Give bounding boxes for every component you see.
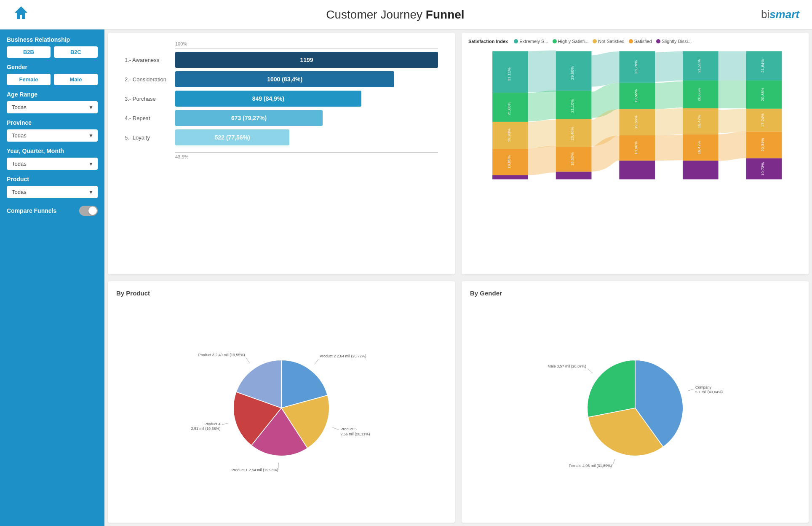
legend-satisfied: Satisfied <box>629 39 652 44</box>
funnel-bar-wrap-5: 522 (77,56%) <box>175 129 438 145</box>
pie-label-text-3-0: Product 4 <box>204 422 220 426</box>
pct-4-2: 20,65% <box>697 87 701 101</box>
home-icon[interactable] <box>13 4 29 25</box>
content-grid: 100% 1.- Awareness 1199 2.- Consideratio… <box>104 30 812 526</box>
main-layout: Business Relationship B2B B2C Gender Fem… <box>0 30 812 526</box>
pct-4-4: 19,47% <box>697 141 701 155</box>
slightly-dissi-dot <box>656 39 660 43</box>
col3-slightly-dissi <box>619 161 655 179</box>
gender-buttons: Female Male <box>7 74 98 85</box>
flow3-4-green <box>655 94 683 96</box>
pct-3-3: 19,55% <box>633 115 638 129</box>
pie-label-line-3 <box>222 423 229 424</box>
pct-1-2: 21,60% <box>507 102 511 115</box>
funnel-row-3: 3.- Purchase 849 (84,9%) <box>125 91 438 107</box>
extremely-s-dot <box>514 39 518 43</box>
province-label: Province <box>7 119 98 126</box>
brand-logo: bismart <box>761 8 799 21</box>
compare-funnels-toggle[interactable] <box>79 206 98 216</box>
year-quarter-month-select[interactable]: Todas <box>7 158 98 170</box>
pie-label-text-1-1: 2,56 mil (20,11%) <box>341 432 370 436</box>
funnel-rows: 1.- Awareness 1199 2.- Consideration 100… <box>125 52 438 149</box>
by-gender-chart: Company5,1 mil (40,04%)Female 4,06 mil (… <box>470 302 800 514</box>
flow2-3-green <box>591 96 619 105</box>
pct-2-1: 29,60% <box>570 66 574 80</box>
pie-slice-2 <box>587 360 635 417</box>
brand-prefix: bi <box>761 8 769 21</box>
compare-funnels-row: Compare Funnels <box>7 206 98 216</box>
pct-1-4: 19,85% <box>507 155 511 169</box>
by-product-title: By Product <box>116 290 446 297</box>
pie-label-line-0 <box>315 359 319 365</box>
sankey-chart: 1.- Awareness 2.- Consideration 3.- Purc… <box>468 47 802 182</box>
legend-extremely-s: Extremely S... <box>514 39 548 44</box>
female-button[interactable]: Female <box>7 74 51 85</box>
toggle-knob <box>88 207 97 215</box>
col4-slightly-dissi <box>683 161 719 179</box>
svg-marker-0 <box>15 6 27 19</box>
funnel-label-4: 4.- Repeat <box>125 115 175 121</box>
pie-label-text-1-0: Female 4,06 mil (31,89%) <box>569 464 612 468</box>
age-range-select[interactable]: Todas <box>7 101 98 113</box>
age-range-label: Age Range <box>7 91 98 98</box>
year-quarter-month-select-wrap: Todas ▼ <box>7 158 98 170</box>
pct-4-3: 19,47% <box>697 114 701 128</box>
funnel-scale-bottom: 43,5% <box>125 154 438 159</box>
flow2-3-yellow <box>591 122 619 133</box>
not-satisfied-dot <box>593 39 597 43</box>
satisfaction-index-label: Satisfaction Index <box>468 39 508 44</box>
male-button[interactable]: Male <box>54 74 98 85</box>
product-label: Product <box>7 176 98 182</box>
flow1-2-green <box>528 105 556 107</box>
pie-label-text-0-1: 5,1 mil (40,04%) <box>695 390 723 394</box>
flow1-2-teal <box>528 71 556 72</box>
pie-label-text-3-1: 2,51 mil (19,68%) <box>191 427 220 431</box>
year-quarter-month-label: Year, Quarter, Month <box>7 148 98 154</box>
title-light: Customer Journey <box>326 8 422 21</box>
pie-label-text-0-0: Product 2 2,64 mil (20,72%) <box>320 354 366 358</box>
pct-5-3: 17,24% <box>760 113 765 127</box>
pie-label-line-4 <box>246 357 250 363</box>
b2b-button[interactable]: B2B <box>7 46 51 58</box>
flow1-2-orange <box>528 159 556 162</box>
business-relationship-buttons: B2B B2C <box>7 46 98 58</box>
pct-3-1: 23,79% <box>633 60 638 74</box>
funnel-bar-wrap-3: 849 (84,9%) <box>175 91 438 107</box>
flow3-4-teal <box>655 66 683 67</box>
pie-label-line-0 <box>687 389 694 391</box>
pie-label-text-2-0: Male 3,57 mil (28,07%) <box>548 364 586 368</box>
pie-label-text-1-0: Product 5 <box>341 427 357 431</box>
funnel-row-5: 5.- Loyalty 522 (77,56%) <box>125 129 438 145</box>
age-range-select-wrap: Todas ▼ <box>7 101 98 113</box>
scale-435-label: 43,5% <box>175 154 188 159</box>
sidebar: Business Relationship B2B B2C Gender Fem… <box>0 30 104 526</box>
pct-2-3: 20,40% <box>570 127 574 141</box>
pie-label-text-2-0: Product 1 2,54 mil (19,93%) <box>232 468 278 472</box>
b2c-button[interactable]: B2C <box>54 46 98 58</box>
funnel-panel: 100% 1.- Awareness 1199 2.- Consideratio… <box>108 33 455 274</box>
highly-satisfi-dot <box>553 39 557 43</box>
funnel-bar-5: 522 (77,56%) <box>175 129 289 145</box>
pct-1-1: 31,11% <box>507 67 511 81</box>
pie-label-text-4-0: Product 3 2,49 mil (19,55%) <box>198 353 245 357</box>
funnel-row-2: 2.- Consideration 1000 (83,4%) <box>125 71 438 87</box>
page-title: Customer Journey Funnel <box>326 8 464 21</box>
business-relationship-label: Business Relationship <box>7 36 98 43</box>
flow2-3-teal <box>591 67 619 71</box>
pct-3-2: 19,55% <box>633 89 638 103</box>
satisfied-dot <box>629 39 633 43</box>
flow1-2-yellow <box>528 133 556 135</box>
header: Customer Journey Funnel bismart <box>0 0 812 30</box>
pct-4-1: 21,55% <box>697 59 701 73</box>
flow3-4-yellow <box>655 121 683 122</box>
funnel-bar-4: 673 (79,27%) <box>175 110 323 126</box>
pie-label-text-0-0: Company <box>695 385 712 389</box>
legend-not-satisfied: Not Satisfied <box>593 39 624 44</box>
product-select[interactable]: Todas <box>7 186 98 198</box>
title-bold: Funnel <box>426 8 465 21</box>
province-select[interactable]: Todas <box>7 129 98 142</box>
legend-highly-satisfi: Highly Satisfi... <box>553 39 589 44</box>
by-gender-title: By Gender <box>470 290 800 297</box>
province-select-wrap: Todas ▼ <box>7 129 98 142</box>
pct-3-4: 18,96% <box>633 141 638 155</box>
